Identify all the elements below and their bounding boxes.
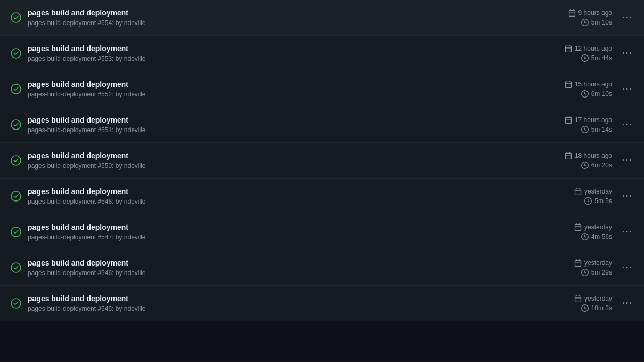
success-icon (11, 298, 21, 309)
workflow-title[interactable]: pages build and deployment (28, 187, 145, 196)
clock-icon (581, 54, 589, 62)
more-options-button[interactable] (621, 154, 633, 167)
clock-icon (581, 126, 589, 133)
clock-icon (581, 90, 589, 98)
workflow-title[interactable]: pages build and deployment (28, 80, 145, 89)
workflow-meta: 12 hours ago 5m 44s (565, 45, 612, 62)
ellipsis-icon (623, 120, 631, 129)
workflow-subtitle: pages-build-deployment #554: by ndeville (28, 19, 145, 27)
workflow-meta: yesterday 10m 3s (574, 295, 612, 312)
workflow-subtitle: pages-build-deployment #553: by ndeville (28, 55, 145, 62)
more-options-button[interactable] (621, 47, 633, 60)
more-options-button[interactable] (621, 226, 633, 238)
calendar-icon (565, 152, 572, 159)
workflow-info: pages build and deployment pages-build-d… (28, 294, 145, 312)
success-icon (11, 155, 21, 166)
workflow-left: pages build and deployment pages-build-d… (11, 116, 565, 134)
ellipsis-icon (623, 85, 631, 93)
workflow-item: pages build and deployment pages-build-d… (0, 36, 644, 71)
workflow-right: 18 hours ago 6m 20s (565, 152, 633, 169)
workflow-left: pages build and deployment pages-build-d… (11, 9, 568, 27)
workflow-left: pages build and deployment pages-build-d… (11, 44, 565, 62)
workflow-left: pages build and deployment pages-build-d… (11, 223, 574, 241)
calendar-icon (565, 81, 572, 88)
clock-icon (581, 19, 589, 26)
workflow-item: pages build and deployment pages-build-d… (0, 143, 644, 179)
calendar-icon (565, 45, 572, 52)
workflow-duration: 5m 5s (584, 197, 612, 205)
more-options-button[interactable] (621, 83, 633, 95)
time-label: 18 hours ago (575, 152, 612, 159)
workflow-meta: 18 hours ago 6m 20s (565, 152, 612, 169)
workflow-duration: 5m 44s (581, 54, 612, 62)
workflow-subtitle: pages-build-deployment #548: by ndeville (28, 198, 145, 205)
clock-icon (584, 197, 592, 205)
workflow-item: pages build and deployment pages-build-d… (0, 179, 644, 214)
calendar-icon (565, 116, 572, 124)
workflow-duration: 5m 14s (581, 126, 612, 133)
workflow-left: pages build and deployment pages-build-d… (11, 187, 574, 205)
workflow-meta: 17 hours ago 5m 14s (565, 116, 612, 133)
success-icon (11, 12, 21, 23)
workflow-meta: yesterday 5m 29s (574, 259, 612, 276)
workflow-item: pages build and deployment pages-build-d… (0, 286, 644, 321)
duration-label: 5m 5s (594, 197, 612, 205)
workflow-time: yesterday (574, 223, 612, 231)
time-label: yesterday (584, 223, 612, 231)
time-label: 17 hours ago (575, 116, 612, 124)
workflow-right: yesterday 5m 5s (574, 188, 633, 205)
workflow-title[interactable]: pages build and deployment (28, 116, 145, 124)
duration-label: 5m 29s (591, 269, 612, 276)
workflow-title[interactable]: pages build and deployment (28, 259, 145, 267)
time-label: 9 hours ago (578, 9, 612, 17)
workflow-left: pages build and deployment pages-build-d… (11, 151, 565, 170)
workflow-item: pages build and deployment pages-build-d… (0, 250, 644, 286)
workflow-info: pages build and deployment pages-build-d… (28, 187, 145, 205)
workflow-title[interactable]: pages build and deployment (28, 223, 145, 231)
time-label: yesterday (584, 188, 612, 195)
workflow-title[interactable]: pages build and deployment (28, 44, 145, 53)
workflow-info: pages build and deployment pages-build-d… (28, 9, 145, 27)
success-icon (11, 48, 21, 59)
workflow-title[interactable]: pages build and deployment (28, 9, 145, 17)
clock-icon (581, 162, 589, 169)
workflow-time: 15 hours ago (565, 81, 612, 88)
more-options-button[interactable] (621, 118, 633, 131)
workflow-subtitle: pages-build-deployment #545: by ndeville (28, 305, 145, 312)
workflow-list: pages build and deployment pages-build-d… (0, 0, 644, 321)
workflow-subtitle: pages-build-deployment #546: by ndeville (28, 269, 145, 277)
workflow-right: 9 hours ago 5m 10s (568, 9, 633, 26)
ellipsis-icon (623, 13, 631, 22)
calendar-icon (574, 295, 582, 302)
workflow-title[interactable]: pages build and deployment (28, 294, 145, 303)
workflow-subtitle: pages-build-deployment #547: by ndeville (28, 234, 145, 241)
more-options-button[interactable] (621, 297, 633, 310)
duration-label: 5m 10s (591, 19, 612, 26)
more-options-button[interactable] (621, 190, 633, 203)
workflow-subtitle: pages-build-deployment #551: by ndeville (28, 126, 145, 134)
time-label: 15 hours ago (575, 81, 612, 88)
time-label: yesterday (584, 295, 612, 302)
workflow-duration: 5m 29s (581, 269, 612, 276)
workflow-title[interactable]: pages build and deployment (28, 151, 145, 160)
workflow-duration: 5m 10s (581, 19, 612, 26)
more-options-button[interactable] (621, 261, 633, 274)
more-options-button[interactable] (621, 11, 633, 24)
workflow-duration: 6m 10s (581, 90, 612, 98)
ellipsis-icon (623, 192, 631, 200)
time-label: 12 hours ago (575, 45, 612, 52)
workflow-info: pages build and deployment pages-build-d… (28, 223, 145, 241)
success-icon (11, 227, 21, 237)
workflow-meta: yesterday 4m 56s (574, 223, 612, 240)
workflow-duration: 4m 56s (581, 233, 612, 240)
duration-label: 5m 14s (591, 126, 612, 133)
workflow-time: yesterday (574, 295, 612, 302)
success-icon (11, 262, 21, 273)
duration-label: 5m 44s (591, 54, 612, 62)
workflow-item: pages build and deployment pages-build-d… (0, 214, 644, 250)
workflow-duration: 10m 3s (581, 304, 612, 312)
workflow-right: 17 hours ago 5m 14s (565, 116, 633, 133)
workflow-time: 9 hours ago (568, 9, 612, 17)
workflow-right: 12 hours ago 5m 44s (565, 45, 633, 62)
success-icon (11, 119, 21, 130)
